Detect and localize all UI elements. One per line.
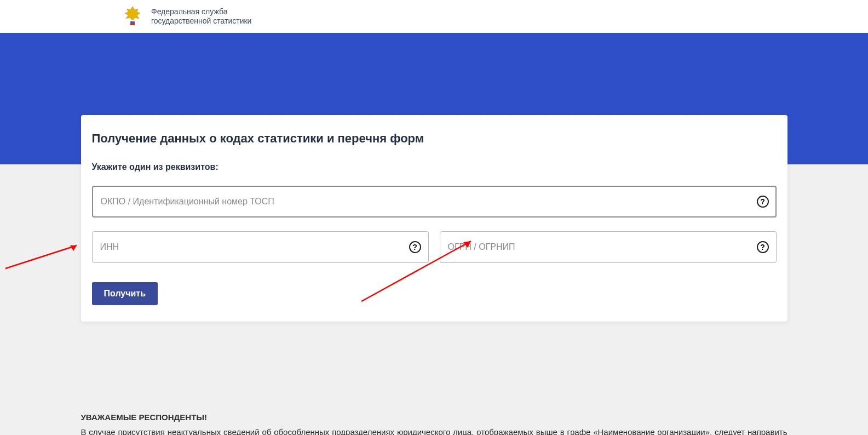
- inn-field-wrapper: ?: [92, 231, 429, 263]
- page-title: Получение данных о кодах статистики и пе…: [92, 131, 777, 146]
- query-card: Получение данных о кодах статистики и пе…: [81, 115, 787, 322]
- help-icon[interactable]: ?: [757, 196, 769, 208]
- hero-banner: Получение данных о кодах статистики и пе…: [0, 33, 868, 164]
- help-icon[interactable]: ?: [409, 241, 421, 253]
- card-subtitle: Укажите один из реквизитов:: [92, 162, 777, 172]
- org-name: Федеральная служба государственной стати…: [151, 7, 251, 26]
- okpo-input[interactable]: [92, 186, 777, 218]
- annotation-arrow-icon: [0, 241, 88, 274]
- rosstat-logo-icon: [120, 4, 145, 28]
- ogrn-input[interactable]: [440, 231, 777, 263]
- info-paragraph: В случае присутствия неактуальных сведен…: [81, 426, 787, 435]
- svg-line-3: [5, 245, 77, 268]
- svg-rect-1: [130, 20, 135, 21]
- info-heading: УВАЖАЕМЫЕ РЕСПОНДЕНТЫ!: [81, 411, 787, 423]
- org-line1: Федеральная служба: [151, 7, 251, 17]
- help-icon[interactable]: ?: [757, 241, 769, 253]
- inn-input[interactable]: [92, 231, 429, 263]
- ogrn-field-wrapper: ?: [440, 231, 777, 263]
- svg-rect-2: [130, 23, 135, 25]
- topbar: Федеральная служба государственной стати…: [0, 0, 868, 33]
- org-line2: государственной статистики: [151, 16, 251, 26]
- okpo-field-wrapper: ?: [92, 186, 777, 218]
- svg-marker-4: [70, 245, 77, 251]
- submit-button[interactable]: Получить: [92, 282, 158, 305]
